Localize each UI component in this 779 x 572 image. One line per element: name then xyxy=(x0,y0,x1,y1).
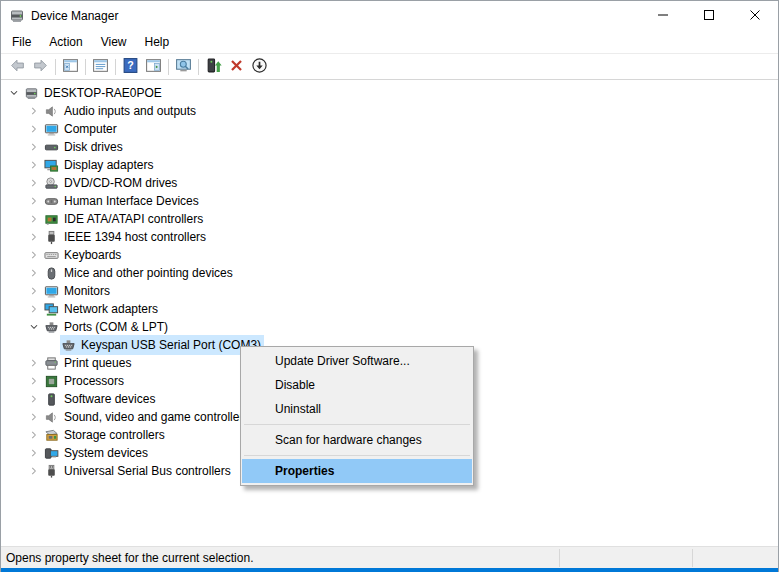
menu-item-properties[interactable]: Properties xyxy=(242,459,472,483)
chevron-right-icon[interactable] xyxy=(26,193,42,209)
back-button[interactable] xyxy=(6,56,29,78)
chevron-right-icon[interactable] xyxy=(26,463,42,479)
chevron-right-icon[interactable] xyxy=(26,445,42,461)
toolbar-separator xyxy=(85,59,86,75)
chevron-right-icon[interactable] xyxy=(26,157,42,173)
menu-item-scan-for-hardware-changes[interactable]: Scan for hardware changes xyxy=(242,428,472,452)
close-icon xyxy=(750,9,760,23)
menu-item-update-driver-software[interactable]: Update Driver Software... xyxy=(242,349,472,373)
statusbar-pane xyxy=(560,547,692,568)
window-title: Device Manager xyxy=(31,9,118,23)
tree-item-desktop-rae0poe[interactable]: DESKTOP-RAE0POE xyxy=(1,84,778,102)
update-driver-button[interactable] xyxy=(202,56,225,78)
chevron-down-icon[interactable] xyxy=(26,319,42,335)
status-bar: Opens property sheet for the current sel… xyxy=(1,546,778,568)
tree-item-ports-com-lpt[interactable]: Ports (COM & LPT) xyxy=(1,318,778,336)
show-action-pane-icon xyxy=(145,57,162,77)
chevron-right-icon[interactable] xyxy=(26,175,42,191)
statusbar-pane xyxy=(693,547,778,568)
chevron-right-icon[interactable] xyxy=(26,211,42,227)
chevron-right-icon[interactable] xyxy=(26,391,42,407)
menu-action[interactable]: Action xyxy=(40,32,91,52)
gamepad-icon xyxy=(44,194,59,209)
chevron-right-icon[interactable] xyxy=(26,139,42,155)
uninstall-icon xyxy=(228,57,245,77)
maximize-button[interactable] xyxy=(686,1,732,31)
tree-item-keyboards[interactable]: Keyboards xyxy=(1,246,778,264)
tree-item-audio-inputs[interactable]: Audio inputs and outputs xyxy=(1,102,778,120)
printer-icon xyxy=(44,356,59,371)
chevron-right-icon[interactable] xyxy=(26,283,42,299)
mouse-icon xyxy=(44,266,59,281)
toolbar-separator xyxy=(168,59,169,75)
tree-item-monitors[interactable]: Monitors xyxy=(1,282,778,300)
menu-file[interactable]: File xyxy=(3,32,40,52)
speaker-icon xyxy=(44,104,59,119)
menu-item-uninstall[interactable]: Uninstall xyxy=(242,397,472,421)
chevron-right-icon[interactable] xyxy=(26,103,42,119)
network-adapters-icon xyxy=(44,302,59,317)
system-device-icon xyxy=(44,446,59,461)
chevron-right-icon[interactable] xyxy=(26,355,42,371)
tree-item-dvd-cdrom-drives[interactable]: DVD/CD-ROM drives xyxy=(1,174,778,192)
properties-button[interactable] xyxy=(89,56,112,78)
menu-help[interactable]: Help xyxy=(136,32,179,52)
menu-separator xyxy=(244,424,470,425)
disable-device-button[interactable] xyxy=(248,56,271,78)
close-button[interactable] xyxy=(732,1,778,31)
show-console-tree-button[interactable] xyxy=(59,56,82,78)
window-bottom-accent-border xyxy=(1,568,778,572)
tree-item-label: DESKTOP-RAE0POE xyxy=(44,84,162,102)
tree-item-computer[interactable]: Computer xyxy=(1,120,778,138)
menu-view[interactable]: View xyxy=(92,32,136,52)
show-console-tree-icon xyxy=(62,57,79,77)
help-icon: ? xyxy=(122,57,139,77)
display-adapter-icon xyxy=(44,158,59,173)
tree-item-mice[interactable]: Mice and other pointing devices xyxy=(1,264,778,282)
tree-item-ieee-1394[interactable]: IEEE 1394 host controllers xyxy=(1,228,778,246)
uninstall-button[interactable] xyxy=(225,56,248,78)
show-action-pane-button[interactable] xyxy=(142,56,165,78)
chevron-right-icon[interactable] xyxy=(26,301,42,317)
tree-item-network-adapters[interactable]: Network adapters xyxy=(1,300,778,318)
chevron-right-icon[interactable] xyxy=(26,427,42,443)
chevron-right-icon[interactable] xyxy=(26,409,42,425)
tree-item-disk-drives[interactable]: Disk drives xyxy=(1,138,778,156)
chevron-down-icon[interactable] xyxy=(6,85,22,101)
tree-item-label: Network adapters xyxy=(64,300,158,318)
minimize-icon xyxy=(658,9,668,23)
tree-item-label: Human Interface Devices xyxy=(64,192,199,210)
tree-item-label: Sound, video and game controllers xyxy=(64,408,249,426)
tree-item-ide-ata-atapi[interactable]: IDE ATA/ATAPI controllers xyxy=(1,210,778,228)
chevron-right-icon[interactable] xyxy=(26,229,42,245)
menu-item-disable[interactable]: Disable xyxy=(242,373,472,397)
tree-item-label: Ports (COM & LPT) xyxy=(64,318,168,336)
minimize-button[interactable] xyxy=(640,1,686,31)
forward-button[interactable] xyxy=(29,56,52,78)
tree-item-display-adapters[interactable]: Display adapters xyxy=(1,156,778,174)
processor-chip-icon xyxy=(44,374,59,389)
device-manager-app-icon xyxy=(9,8,25,24)
storage-controller-icon xyxy=(44,428,59,443)
tree-item-label: Display adapters xyxy=(64,156,153,174)
chevron-right-icon[interactable] xyxy=(26,247,42,263)
scan-hardware-changes-button[interactable] xyxy=(172,56,195,78)
keyboard-icon xyxy=(44,248,59,263)
tree-item-label: DVD/CD-ROM drives xyxy=(64,174,177,192)
title-bar[interactable]: Device Manager xyxy=(1,1,778,31)
tree-item-label: Software devices xyxy=(64,390,155,408)
computer-device-icon xyxy=(24,86,39,101)
scan-hardware-icon xyxy=(175,57,192,77)
optical-drive-icon xyxy=(44,176,59,191)
chevron-right-icon[interactable] xyxy=(26,373,42,389)
help-button[interactable]: ? xyxy=(119,56,142,78)
maximize-icon xyxy=(704,9,714,23)
chevron-right-icon[interactable] xyxy=(26,265,42,281)
toolbar-separator xyxy=(115,59,116,75)
tree-item-human-interface-devices[interactable]: Human Interface Devices xyxy=(1,192,778,210)
properties-window-icon xyxy=(92,57,109,77)
tree-item-label: Universal Serial Bus controllers xyxy=(64,462,231,480)
firewire-plug-icon xyxy=(44,230,59,245)
forward-arrow-icon xyxy=(32,57,49,77)
chevron-right-icon[interactable] xyxy=(26,121,42,137)
